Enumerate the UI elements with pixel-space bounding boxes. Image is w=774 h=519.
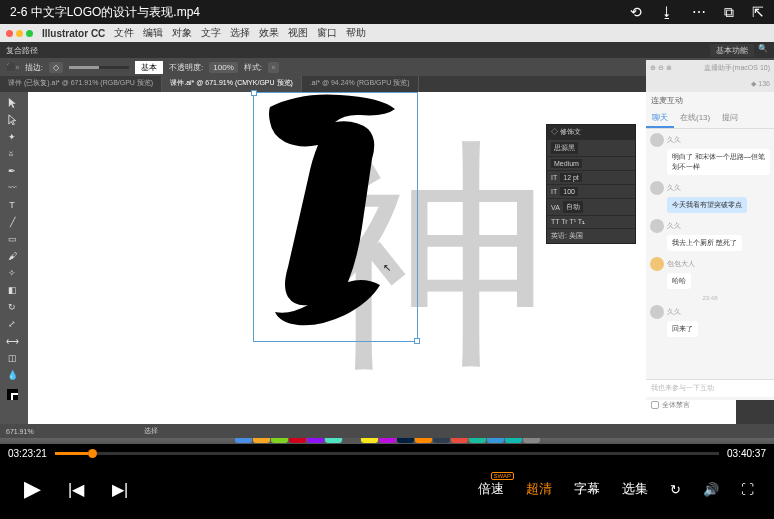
cursor-icon: ↖ — [383, 262, 391, 273]
style-dropdown[interactable]: ▫ — [268, 62, 279, 73]
panel-title[interactable]: ◇ 修饰文 — [547, 125, 635, 139]
toolbox: ✦ ఠ ✒ 〰 T ╱ ▭ 🖌 ✧ ◧ ↻ ⤢ ⟷ ◫ 💧 — [0, 92, 26, 424]
rotate-tool[interactable]: ↻ — [0, 298, 24, 315]
progress-handle[interactable] — [88, 449, 97, 458]
speed-button[interactable]: SWAP 倍速 — [478, 480, 504, 498]
close-dot[interactable] — [6, 30, 13, 37]
mac-menubar: Illustrator CC 文件 编辑 对象 文字 选择 效果 视图 窗口 帮… — [0, 24, 774, 42]
episodes-button[interactable]: 选集 — [622, 480, 648, 498]
brush-tool[interactable]: 🖌 — [0, 247, 24, 264]
direct-selection-tool[interactable] — [0, 111, 24, 128]
menu-file[interactable]: 文件 — [114, 26, 134, 40]
opacity-label: 不透明度: — [169, 62, 203, 73]
quality-button[interactable]: 超清 — [526, 480, 552, 498]
collapse-icon[interactable]: ⇱ — [752, 4, 764, 21]
curvature-tool[interactable]: 〰 — [0, 179, 24, 196]
opacity-value[interactable]: 100% — [209, 62, 237, 73]
gradient-tool[interactable]: ◫ — [0, 349, 24, 366]
download-icon[interactable]: ⭳ — [660, 4, 674, 21]
pen-tool[interactable]: ✒ — [0, 162, 24, 179]
message-text: 明白了 和宋体一个思路—但笔划不一样 — [667, 149, 770, 175]
chat-tab-qa[interactable]: 提问 — [716, 109, 744, 128]
stroke-slider[interactable] — [69, 66, 129, 69]
tracking-value[interactable]: 自动 — [563, 201, 583, 213]
subtitle-button[interactable]: 字幕 — [574, 480, 600, 498]
loop-icon[interactable]: ↻ — [670, 482, 681, 497]
character-panel[interactable]: ◇ 修饰文 思源黑 Medium IT 12 pt IT 100 VA 自动 T… — [546, 124, 636, 244]
workspace-dropdown[interactable]: 基本功能 — [710, 44, 754, 57]
progress-bar-area: 03:23:21 03:40:37 — [0, 444, 774, 462]
scale-tool[interactable]: ⤢ — [0, 315, 24, 332]
zoom-level[interactable]: 671.91% — [6, 428, 34, 435]
play-button[interactable]: ▶ — [20, 476, 44, 502]
selection-tool[interactable] — [0, 94, 24, 111]
menu-object[interactable]: 对象 — [172, 26, 192, 40]
eraser-tool[interactable]: ◧ — [0, 281, 24, 298]
maximize-dot[interactable] — [26, 30, 33, 37]
swap-badge: SWAP — [491, 472, 514, 480]
message-timestamp: 23:48 — [650, 295, 770, 301]
style-label: 样式: — [244, 62, 262, 73]
font-size[interactable]: 12 pt — [560, 173, 582, 182]
prev-button[interactable]: |◀ — [64, 480, 88, 499]
line-tool[interactable]: ╱ — [0, 213, 24, 230]
menu-effect[interactable]: 效果 — [259, 26, 279, 40]
chat-tabs: 聊天 在线(13) 提问 — [646, 109, 774, 129]
duration-time: 03:40:37 — [727, 448, 766, 459]
language-select[interactable]: 英语: 美国 — [551, 231, 583, 241]
chat-message: 久久 回来了 — [650, 305, 770, 337]
chat-tab-online[interactable]: 在线(13) — [674, 109, 716, 128]
stroke-label: 描边: — [25, 62, 43, 73]
chat-input[interactable]: 我也来参与一下互动 — [646, 379, 774, 397]
volume-icon[interactable]: 🔊 — [703, 482, 719, 497]
menu-edit[interactable]: 编辑 — [143, 26, 163, 40]
chat-message: 包包大人 哈哈 — [650, 257, 770, 289]
avatar — [650, 257, 664, 271]
fill-stroke-swatch[interactable] — [0, 383, 24, 405]
mute-all-checkbox[interactable] — [651, 401, 659, 409]
font-family[interactable]: 思源黑 — [551, 142, 578, 154]
magic-wand-tool[interactable]: ✦ — [0, 128, 24, 145]
menu-window[interactable]: 窗口 — [317, 26, 337, 40]
leading-value[interactable]: 100 — [560, 187, 578, 196]
chat-panel: ⊕ ⊖ ⊗ 直播助手(macOS 10) ◆ 136 连麦互动 聊天 在线(13… — [646, 60, 774, 400]
eyedropper-tool[interactable]: 💧 — [0, 366, 24, 383]
status-bar: 671.91% 选择 — [0, 424, 774, 438]
tab-0[interactable]: 课件 (已恢复).ai* @ 671.91% (RGB/GPU 预览) — [0, 76, 162, 92]
ai-title-row: 复合路径 基本功能 🔍 — [0, 42, 774, 58]
shaper-tool[interactable]: ✧ — [0, 264, 24, 281]
chat-header-title: 直播助手(macOS 10) — [704, 63, 770, 73]
fullscreen-icon[interactable]: ⛶ — [741, 482, 754, 497]
rectangle-tool[interactable]: ▭ — [0, 230, 24, 247]
menu-view[interactable]: 视图 — [288, 26, 308, 40]
pip-icon[interactable]: ⧉ — [724, 4, 734, 21]
menu-help[interactable]: 帮助 — [346, 26, 366, 40]
video-title-bar: 2-6 中文字LOGO的设计与表现.mp4 ⟲ ⭳ ⋯ ⧉ ⇱ — [0, 0, 774, 24]
message-text: 哈哈 — [667, 273, 691, 289]
width-tool[interactable]: ⟷ — [0, 332, 24, 349]
lasso-tool[interactable]: ఠ — [0, 145, 24, 162]
font-weight[interactable]: Medium — [551, 159, 582, 168]
menu-type[interactable]: 文字 — [201, 26, 221, 40]
avatar — [650, 181, 664, 195]
avatar — [650, 133, 664, 147]
menu-select[interactable]: 选择 — [230, 26, 250, 40]
mute-all-label: 全体禁言 — [662, 400, 690, 410]
stroke-weight[interactable]: ◇ — [49, 62, 63, 73]
more-icon[interactable]: ⋯ — [692, 4, 706, 21]
viewer-count: ◆ 136 — [751, 80, 770, 88]
next-button[interactable]: ▶| — [108, 480, 132, 499]
chat-tab-chat[interactable]: 聊天 — [646, 109, 674, 128]
chat-message: 久久 今天我看有望突破零点 — [650, 181, 770, 213]
chat-messages[interactable]: 久久 明白了 和宋体一个思路—但笔划不一样 久久 今天我看有望突破零点 久久 我… — [646, 129, 774, 379]
share-icon[interactable]: ⟲ — [630, 4, 642, 21]
brush-basic[interactable]: 基本 — [135, 61, 163, 74]
search-icon[interactable]: 🔍 — [758, 44, 768, 57]
message-text: 今天我看有望突破零点 — [667, 197, 747, 213]
app-name: Illustrator CC — [42, 28, 105, 39]
minimize-dot[interactable] — [16, 30, 23, 37]
type-tool[interactable]: T — [0, 196, 24, 213]
selection-bounding-box[interactable] — [253, 92, 418, 342]
progress-bar[interactable] — [55, 452, 719, 455]
chat-message: 久久 我去上个厕所 憋死了 — [650, 219, 770, 251]
